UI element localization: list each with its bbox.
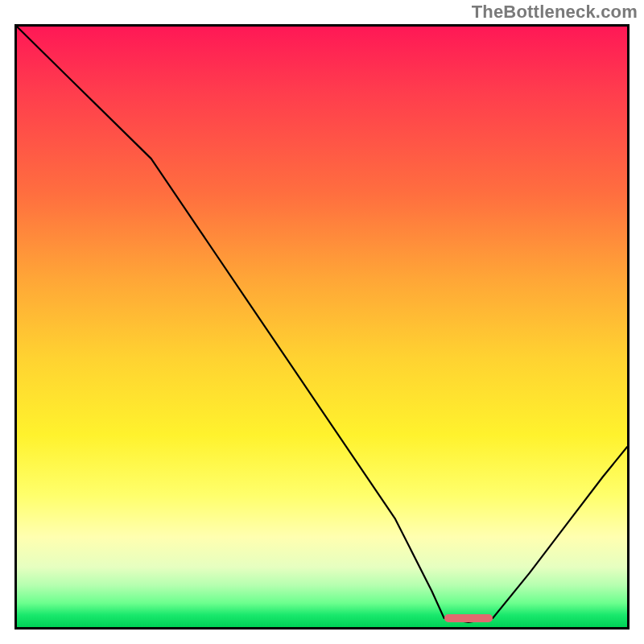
chart-frame [14, 24, 630, 630]
chart-line-layer [17, 27, 627, 627]
watermark-text: TheBottleneck.com [472, 2, 638, 23]
optimum-marker [444, 614, 493, 622]
bottleneck-curve [17, 27, 627, 622]
